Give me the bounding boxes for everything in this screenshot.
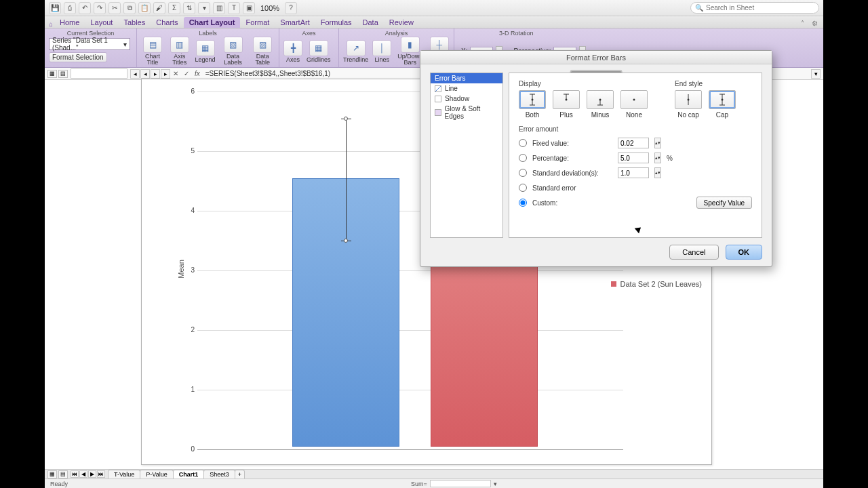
display-plus-button[interactable]: Plus	[553, 90, 580, 119]
selection-handle[interactable]	[344, 239, 348, 243]
media-icon[interactable]: ▣	[243, 2, 255, 14]
copy-icon[interactable]: ⧉	[123, 2, 136, 14]
next-sheet-icon[interactable]: ▶	[88, 470, 96, 478]
tab-formulas[interactable]: Formulas	[315, 17, 357, 28]
fx-icon[interactable]: fx	[195, 70, 200, 77]
svg-point-3	[532, 99, 534, 101]
side-item-shadow[interactable]: Shadow	[431, 94, 502, 104]
format-painter-icon[interactable]: 🖌	[153, 2, 165, 14]
gridline	[197, 390, 623, 390]
chart-title-button[interactable]: ▤Chart Title	[141, 37, 164, 66]
sheet-tab-tvalue[interactable]: T-Value	[108, 470, 140, 479]
tab-data[interactable]: Data	[357, 17, 384, 28]
page-layout-view-icon[interactable]: ▤	[58, 470, 68, 479]
specify-value-button[interactable]: Specify Value	[696, 197, 752, 209]
sum-icon[interactable]: Σ	[168, 2, 180, 14]
tab-layout[interactable]: Layout	[85, 17, 118, 28]
radio-stderr[interactable]	[519, 184, 527, 192]
svg-point-16	[722, 99, 724, 101]
display-none-button[interactable]: None	[620, 90, 648, 119]
nav-prev-icon[interactable]: ◂	[140, 69, 150, 79]
home-icon[interactable]: ⌂	[49, 20, 53, 28]
side-item-line[interactable]: Line	[431, 83, 502, 94]
name-box[interactable]	[71, 68, 127, 79]
ytick: 4	[186, 207, 195, 214]
tab-charts[interactable]: Charts	[151, 17, 183, 28]
prev-sheet-icon[interactable]: ◀	[79, 470, 87, 478]
ok-button[interactable]: OK	[726, 245, 763, 260]
redo-icon[interactable]: ↷	[94, 2, 106, 14]
endstyle-nocap-button[interactable]: No cap	[675, 90, 702, 119]
tab-format[interactable]: Format	[240, 17, 275, 28]
stddev-input[interactable]	[618, 167, 649, 178]
search-box[interactable]: 🔍	[690, 2, 819, 14]
side-item-error-bars[interactable]: Error Bars	[431, 73, 502, 83]
sort-icon[interactable]: ⇅	[183, 2, 195, 14]
radio-stddev[interactable]	[519, 169, 527, 177]
collapse-ribbon-icon[interactable]: ˄	[797, 18, 807, 28]
radio-percentage[interactable]	[519, 154, 527, 162]
sheet-tab-sheet3[interactable]: Sheet3	[203, 470, 235, 479]
format-selection-button[interactable]: Format Selection	[49, 52, 107, 62]
paste-icon[interactable]: 📋	[138, 2, 151, 14]
undo-icon[interactable]: ↶	[79, 2, 91, 14]
side-item-glow[interactable]: Glow & Soft Edges	[431, 104, 502, 121]
fixed-stepper[interactable]: ▴▾	[654, 138, 661, 148]
tab-chart-layout[interactable]: Chart Layout	[184, 17, 241, 28]
filter-icon[interactable]: ▾	[198, 2, 210, 14]
sheet-tab-pvalue[interactable]: P-Value	[140, 470, 173, 479]
selection-handle[interactable]	[344, 117, 348, 121]
data-table-button[interactable]: ▨Data Table	[250, 37, 275, 66]
cancel-button[interactable]: Cancel	[669, 245, 718, 260]
axes-button[interactable]: ╋Axes	[283, 40, 302, 63]
radio-custom[interactable]	[519, 199, 527, 207]
gridlines-button[interactable]: ▦Gridlines	[307, 40, 331, 63]
nav-next-icon[interactable]: ▸	[151, 69, 160, 79]
textbox-icon[interactable]: T	[228, 2, 240, 14]
normal-view-icon[interactable]: ▦	[47, 70, 57, 78]
add-sheet-button[interactable]: +	[235, 470, 245, 479]
settings-icon[interactable]: ⚙	[810, 18, 819, 28]
stddev-stepper[interactable]: ▴▾	[654, 167, 661, 178]
help-icon[interactable]: ?	[285, 2, 297, 14]
fixed-value-input[interactable]	[618, 138, 649, 148]
tab-smartart[interactable]: SmartArt	[275, 17, 315, 28]
axis-titles-button[interactable]: ▥Axis Titles	[168, 37, 191, 66]
cancel-formula-icon[interactable]: ✕	[173, 70, 178, 77]
error-bar-line[interactable]	[346, 119, 347, 241]
print-icon[interactable]: ⎙	[64, 2, 76, 14]
selector-value: Series "Data Set 1 (Shad..."	[52, 37, 123, 52]
tab-tables[interactable]: Tables	[118, 17, 151, 28]
radio-fixed[interactable]	[519, 139, 527, 147]
zoom-level[interactable]: 100%	[260, 4, 279, 12]
legend-entry[interactable]: Data Set 2 (Sun Leaves)	[611, 280, 702, 288]
normal-view-icon[interactable]: ▦	[47, 470, 57, 479]
chart-icon[interactable]: ▥	[213, 2, 225, 14]
accept-formula-icon[interactable]: ✓	[184, 70, 189, 77]
percentage-stepper[interactable]: ▴▾	[654, 152, 661, 163]
trendline-button[interactable]: ↗Trendline	[343, 40, 368, 63]
tab-review[interactable]: Review	[384, 17, 419, 28]
lines-button[interactable]: │Lines	[372, 40, 391, 63]
chevron-down-icon[interactable]: ▾	[494, 481, 497, 487]
nav-last-icon[interactable]: ▸	[161, 69, 170, 79]
first-sheet-icon[interactable]: ⏮	[71, 470, 79, 478]
expand-formula-icon[interactable]: ▾	[811, 69, 821, 79]
legend-button[interactable]: ▦Legend	[195, 40, 216, 63]
display-minus-button[interactable]: Minus	[587, 90, 614, 119]
cut-icon[interactable]: ✂	[108, 2, 121, 14]
tab-home[interactable]: Home	[54, 17, 85, 28]
percentage-input[interactable]	[618, 152, 649, 163]
last-sheet-icon[interactable]: ⏭	[97, 470, 105, 478]
display-both-button[interactable]: Both	[519, 90, 546, 119]
glow-icon	[435, 109, 441, 116]
sheet-tab-chart1[interactable]: Chart1	[173, 470, 205, 479]
chart-element-selector[interactable]: Series "Data Set 1 (Shad..."▾	[49, 38, 130, 50]
group-current-selection-label: Current Selection	[49, 30, 132, 37]
endstyle-cap-button[interactable]: Cap	[709, 90, 736, 119]
search-input[interactable]	[706, 4, 814, 12]
page-view-icon[interactable]: ▤	[58, 70, 68, 78]
data-labels-button[interactable]: ▧Data Labels	[220, 37, 247, 66]
nav-first-icon[interactable]: ◂	[130, 69, 140, 79]
save-icon[interactable]: 💾	[49, 2, 61, 14]
